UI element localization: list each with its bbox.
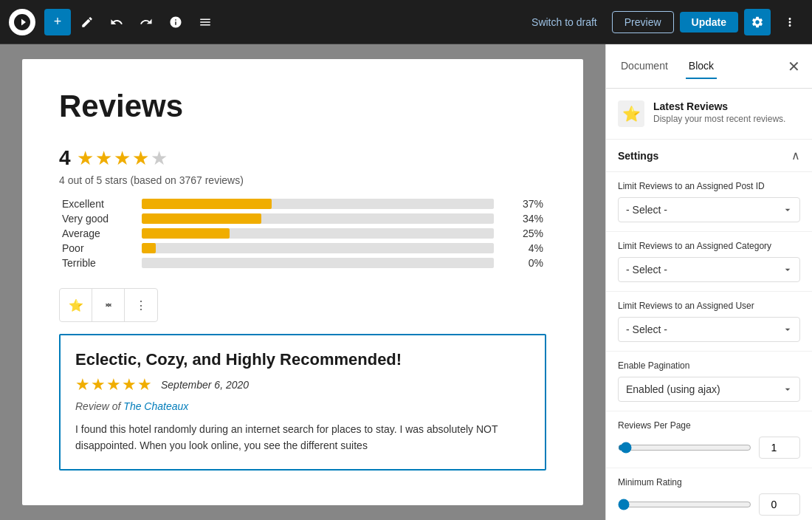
block-move-up-down-button[interactable] (92, 289, 125, 321)
add-block-button[interactable]: + (44, 9, 71, 35)
setting-per-page-slider[interactable] (618, 442, 751, 454)
review-of-link[interactable]: The Chateaux (123, 400, 188, 412)
setting-pagination-label: Enable Pagination (618, 360, 800, 371)
info-button[interactable] (162, 9, 189, 35)
main-layout: Reviews 4 ★ ★ ★ ★ ★ 4 out of 5 stars (ba… (0, 44, 812, 520)
bar-label-average: Average (59, 226, 139, 241)
review-stars: ★ ★ ★ ★ ★ (75, 375, 152, 394)
bar-pct-terrible: 0% (497, 256, 546, 270)
setting-post-id-label: Limit Reviews to an Assigned Post ID (618, 181, 800, 191)
bar-pct-average: 25% (497, 226, 546, 241)
bar-pct-excellent: 37% (497, 196, 546, 211)
block-floating-toolbar: ⭐ ⋮ (59, 288, 158, 322)
star-4: ★ (132, 147, 149, 170)
settings-title: Settings (618, 150, 658, 162)
settings-chevron-icon[interactable]: ∧ (791, 148, 800, 162)
bar-pct-poor: 4% (497, 241, 546, 256)
setting-user-label: Limit Reviews to an Assigned User (618, 301, 800, 311)
bar-terrible: Terrible 0% (59, 256, 546, 270)
setting-min-rating-label: Minimum Rating (618, 477, 800, 488)
review-date: September 6, 2020 (161, 379, 249, 391)
review-star-2: ★ (91, 375, 106, 394)
redo-button[interactable] (133, 9, 159, 35)
bar-label-terrible: Terrible (59, 256, 139, 270)
bar-poor: Poor 4% (59, 241, 546, 256)
review-meta: ★ ★ ★ ★ ★ September 6, 2020 (75, 375, 530, 394)
stars-display: ★ ★ ★ ★ ★ (77, 147, 168, 170)
settings-button[interactable] (744, 9, 771, 35)
bar-label-very-good: Very good (59, 211, 139, 226)
tab-block[interactable]: Block (686, 54, 717, 79)
undo-button[interactable] (103, 9, 130, 35)
setting-category-label: Limit Reviews to an Assigned Category (618, 241, 800, 251)
setting-post-id: Limit Reviews to an Assigned Post ID - S… (606, 172, 812, 232)
rating-bars-table: Excellent 37% Very good 34% (59, 196, 546, 270)
toolbar-right: Switch to draft Preview Update (523, 9, 803, 35)
review-star-1: ★ (75, 375, 90, 394)
edit-button[interactable] (74, 9, 100, 35)
setting-per-page-number[interactable] (759, 437, 800, 459)
bar-very-good: Very good 34% (59, 211, 546, 226)
block-info: ⭐ Latest Reviews Display your most recen… (606, 89, 812, 140)
bar-cell-average (139, 226, 497, 241)
review-title: Eclectic, Cozy, and Highly Recommended! (75, 350, 530, 369)
setting-user: Limit Reviews to an Assigned User - Sele… (606, 292, 812, 352)
setting-per-page-label: Reviews Per Page (618, 420, 800, 431)
toolbar: + Switch to draft Preview Update (0, 0, 812, 44)
block-info-text: Latest Reviews Display your most recent … (653, 100, 785, 124)
preview-button[interactable]: Preview (612, 11, 674, 33)
rating-summary-text: 4 out of 5 stars (based on 3767 reviews) (59, 174, 546, 186)
block-info-description: Display your most recent reviews. (653, 114, 785, 124)
settings-header: Settings ∧ (606, 140, 812, 172)
bar-pct-very-good: 34% (497, 211, 546, 226)
bar-average: Average 25% (59, 226, 546, 241)
setting-min-rating-slider[interactable] (618, 499, 751, 510)
bar-excellent: Excellent 37% (59, 196, 546, 211)
page-title: Reviews (59, 89, 546, 124)
bar-cell-poor (139, 241, 497, 256)
setting-post-id-select[interactable]: - Select - (618, 197, 800, 222)
star-2: ★ (95, 147, 112, 170)
star-3: ★ (114, 147, 131, 170)
setting-per-page-row (618, 437, 800, 459)
setting-category: Limit Reviews to an Assigned Category - … (606, 232, 812, 292)
star-1: ★ (77, 147, 94, 170)
sidebar: Document Block ✕ ⭐ Latest Reviews Displa… (605, 44, 812, 520)
list-view-button[interactable] (192, 9, 219, 35)
more-options-button[interactable] (777, 9, 803, 35)
editor-area: Reviews 4 ★ ★ ★ ★ ★ 4 out of 5 stars (ba… (0, 44, 605, 520)
setting-per-page: Reviews Per Page (606, 411, 812, 468)
editor-canvas: Reviews 4 ★ ★ ★ ★ ★ 4 out of 5 stars (ba… (22, 59, 583, 505)
block-icon-button[interactable]: ⭐ (60, 289, 92, 321)
rating-summary: 4 ★ ★ ★ ★ ★ 4 out of 5 stars (based on 3… (59, 146, 546, 270)
star-5: ★ (151, 147, 168, 170)
tab-document[interactable]: Document (618, 54, 671, 79)
setting-min-rating: Minimum Rating (606, 468, 812, 520)
review-body: I found this hotel randomly during an in… (75, 421, 530, 454)
rating-number: 4 (59, 146, 71, 170)
sidebar-close-button[interactable]: ✕ (788, 59, 800, 74)
setting-user-select[interactable]: - Select - (618, 317, 800, 342)
bar-cell-terrible (139, 256, 497, 270)
wp-logo[interactable] (9, 9, 35, 35)
settings-section: Settings ∧ Limit Reviews to an Assigned … (606, 140, 812, 520)
bar-cell-very-good (139, 211, 497, 226)
bar-label-excellent: Excellent (59, 196, 139, 211)
update-button[interactable]: Update (680, 12, 738, 32)
setting-min-rating-number[interactable] (759, 493, 800, 516)
setting-category-select[interactable]: - Select - (618, 257, 800, 282)
rating-number-row: 4 ★ ★ ★ ★ ★ (59, 146, 546, 170)
switch-to-draft-button[interactable]: Switch to draft (523, 12, 606, 32)
review-block: Eclectic, Cozy, and Highly Recommended! … (59, 334, 546, 471)
block-icon: ⭐ (618, 100, 644, 127)
toolbar-left: + (9, 9, 219, 35)
setting-min-rating-row (618, 493, 800, 516)
setting-pagination-select[interactable]: Enabled (using ajax) Disabled (618, 377, 800, 402)
review-of: Review of The Chateaux (75, 400, 530, 412)
block-info-title: Latest Reviews (653, 100, 785, 112)
review-star-5: ★ (137, 375, 152, 394)
bar-cell-excellent (139, 196, 497, 211)
review-star-4: ★ (122, 375, 137, 394)
block-more-options-button[interactable]: ⋮ (125, 289, 157, 321)
review-of-prefix: Review of (75, 400, 123, 412)
